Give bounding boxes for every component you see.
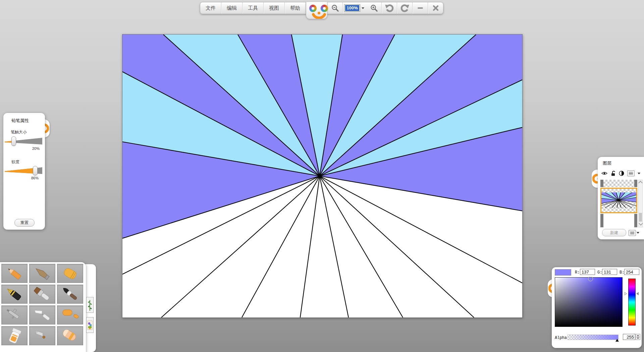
- zoom-level-input[interactable]: 100%: [344, 4, 360, 12]
- softness-slider[interactable]: [5, 166, 42, 175]
- new-layer-button[interactable]: 新建: [602, 229, 626, 236]
- layers-panel: 图层: [598, 157, 644, 239]
- tool-charcoal-stick[interactable]: [29, 264, 55, 283]
- tool-round-brush[interactable]: [57, 285, 83, 304]
- brush-size-value: 20%: [23, 146, 40, 151]
- b-label: B:: [620, 270, 624, 275]
- scroll-up-icon[interactable]: [638, 181, 643, 185]
- paint-tube-icon: [4, 328, 25, 344]
- blend-dropdown-caret-icon[interactable]: [638, 173, 640, 174]
- airbrush-icon: [4, 307, 25, 323]
- zoom-in-button[interactable]: [366, 2, 382, 14]
- zoom-out-button[interactable]: [327, 2, 343, 14]
- hue-marker-right[interactable]: [636, 292, 639, 295]
- brush-size-slider[interactable]: [5, 136, 42, 146]
- menu-file[interactable]: 文件: [200, 2, 221, 14]
- zoom-in-icon: [370, 4, 378, 12]
- app-logo-button[interactable]: [306, 2, 327, 19]
- r-input[interactable]: [580, 269, 595, 275]
- brush-size-label: 笔触大小: [11, 129, 27, 135]
- b-input[interactable]: [624, 269, 639, 275]
- alpha-spin-down[interactable]: [636, 337, 640, 340]
- plant-brush-button[interactable]: [86, 297, 94, 313]
- alpha-slider[interactable]: [568, 335, 619, 340]
- tool-palette-knife[interactable]: [29, 305, 55, 325]
- tool-ink-pen[interactable]: [1, 285, 28, 304]
- tool-paint-roller[interactable]: [57, 305, 83, 325]
- tool-crayon[interactable]: [57, 264, 83, 283]
- starburst-drawing: [122, 35, 522, 317]
- tool-pencil[interactable]: [1, 264, 28, 283]
- close-icon: [432, 4, 439, 12]
- redo-button[interactable]: [397, 2, 413, 14]
- app-background: 文件 编辑 工具 视图 帮助 100%: [0, 0, 644, 352]
- reset-button[interactable]: 重置: [14, 219, 35, 227]
- clown-smile-icon: [312, 13, 326, 19]
- scrollbar-thumb[interactable]: [639, 213, 642, 222]
- layer-item-below[interactable]: [600, 214, 637, 227]
- visibility-eye-icon[interactable]: [601, 171, 608, 176]
- brush-size-handle[interactable]: [11, 136, 16, 146]
- paint-roller-icon: [59, 307, 81, 323]
- flat-brush-icon: [32, 286, 53, 302]
- tool-paint-tube[interactable]: [1, 326, 28, 345]
- alpha-input[interactable]: [623, 334, 635, 340]
- g-label: G:: [597, 270, 602, 275]
- minimize-button[interactable]: [413, 2, 428, 14]
- selected-layer-border: [600, 188, 637, 213]
- softness-value: 86%: [22, 176, 39, 180]
- blade-icon: [32, 328, 53, 344]
- tool-eraser[interactable]: [57, 326, 83, 345]
- redo-icon: [400, 4, 410, 12]
- image-stamp-icon: [87, 319, 93, 332]
- scroll-down-icon[interactable]: [639, 221, 643, 226]
- menu-help[interactable]: 帮助: [285, 2, 306, 14]
- round-brush-icon: [59, 286, 81, 302]
- layer-item-selected[interactable]: [600, 188, 637, 213]
- palette-knife-icon: [32, 307, 53, 323]
- alpha-slider-marker[interactable]: [615, 339, 619, 342]
- softness-handle[interactable]: [33, 166, 38, 175]
- layer-item-above[interactable]: [600, 180, 637, 187]
- softness-label: 软度: [11, 159, 19, 165]
- layer-menu-caret-icon[interactable]: [637, 232, 639, 234]
- color-picker-panel: R: G: B: Alpha: [552, 267, 642, 348]
- undo-button[interactable]: [382, 2, 397, 14]
- menu-tools[interactable]: 工具: [243, 2, 264, 14]
- close-button[interactable]: [428, 2, 443, 14]
- zoom-dropdown-caret-icon[interactable]: [362, 7, 364, 9]
- tool-grid: [1, 264, 83, 345]
- tool-airbrush[interactable]: [1, 305, 28, 325]
- blend-list-icon[interactable]: [627, 170, 635, 176]
- pencil-properties-panel: 铅笔属性 笔触大小 20% 软度 86% 重置: [3, 113, 45, 230]
- hue-marker-left[interactable]: [625, 292, 627, 295]
- tool-blade[interactable]: [29, 326, 55, 345]
- opacity-halfcircle-icon[interactable]: [619, 171, 624, 176]
- crayon-icon: [59, 266, 81, 282]
- brush-size-track: [5, 136, 42, 146]
- drawing-canvas[interactable]: [122, 34, 523, 318]
- tool-flat-brush[interactable]: [29, 285, 55, 304]
- clown-right-eye-icon: [321, 5, 328, 12]
- layers-scrollbar[interactable]: [638, 180, 643, 227]
- r-label: R:: [575, 270, 580, 275]
- g-input[interactable]: [602, 269, 617, 275]
- sv-cursor[interactable]: [588, 276, 593, 281]
- tool-palette-panel: [0, 262, 86, 352]
- zoom-level-value: 100%: [345, 5, 359, 11]
- main-toolbar: 文件 编辑 工具 视图 帮助 100%: [200, 2, 443, 14]
- image-stamp-button[interactable]: [86, 317, 94, 333]
- layer-list: [600, 180, 637, 227]
- alpha-spinner: [636, 334, 640, 340]
- hue-bar[interactable]: [628, 279, 636, 326]
- menu-edit[interactable]: 编辑: [221, 2, 243, 14]
- minimize-icon: [418, 7, 423, 9]
- menu-view[interactable]: 视图: [264, 2, 285, 14]
- eraser-icon: [59, 328, 81, 344]
- layer-menu-icon[interactable]: [629, 230, 636, 236]
- unlock-icon[interactable]: [611, 171, 616, 176]
- alpha-spin-up[interactable]: [636, 334, 640, 337]
- saturation-value-gradient[interactable]: [555, 277, 623, 327]
- plant-brush-icon: [87, 299, 93, 311]
- layers-toolbar: [601, 170, 640, 177]
